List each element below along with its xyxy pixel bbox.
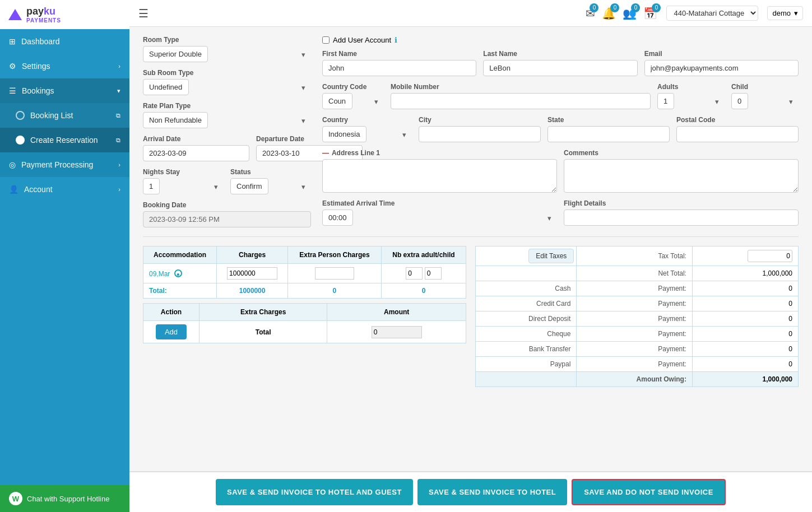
credit-card-label: Credit Card [476,296,577,311]
bank-transfer-payment-label: Payment: [577,342,693,357]
save-send-hotel-guest-button[interactable]: SAVE & SEND INVOICE TO HOTEL AND GUEST [216,479,413,505]
bookings-icon: ☰ [9,86,16,95]
content: Room Type Superior Double Sub Room Type … [129,27,812,471]
extra-person-cell[interactable] [287,264,381,283]
accommodation-table: Accommodation Charges Extra Person Charg… [143,246,466,299]
sidebar-item-label: Payment Processing [21,160,93,169]
sidebar-item-label: Create Reservation [30,136,98,145]
flight-details-input[interactable] [564,210,799,226]
tax-total-input[interactable] [748,250,792,262]
address-line1-input[interactable] [322,159,557,193]
nb1-input[interactable] [406,267,423,280]
arrival-date-label: Arrival Date [143,135,249,143]
sub-room-type-select[interactable]: Undefined [143,79,189,95]
sidebar-item-settings[interactable]: ⚙ Settings › [0,54,129,78]
cash-value: 0 [692,281,798,296]
direct-deposit-payment-label: Payment: [577,311,693,327]
main-wrapper: ☰ ✉ 0 🔔 0 👥 0 📅 0 440-Matahari Cottage [129,0,812,512]
bank-transfer-row: Bank Transfer Payment: 0 [476,342,799,357]
last-name-input[interactable] [483,60,637,76]
chevron-right-icon: › [118,186,120,193]
sidebar-item-account[interactable]: 👤 Account › [0,177,129,202]
postal-code-input[interactable] [676,126,799,142]
email-input[interactable] [644,60,799,76]
sidebar-item-payment-processing[interactable]: ◎ Payment Processing › [0,152,129,177]
hamburger-icon[interactable]: ☰ [138,7,149,20]
comments-input[interactable] [564,159,799,193]
sidebar-item-bookings[interactable]: ☰ Bookings ▾ [0,78,129,103]
charges-input[interactable] [227,267,277,280]
tax-total-row: Edit Taxes Tax Total: [476,246,799,266]
topbar: ☰ ✉ 0 🔔 0 👥 0 📅 0 440-Matahari Cottage [129,0,812,27]
cheque-label: Cheque [476,327,577,342]
total-row: Total: 1000000 0 0 [143,283,466,299]
whatsapp-icon: W [9,492,22,505]
total-nb: 0 [381,283,466,299]
arrival-date-input[interactable] [143,145,249,161]
chevron-down-icon: ▾ [117,87,120,95]
notification-users[interactable]: 👥 0 [623,7,637,20]
status-select[interactable]: Confirm [230,178,268,194]
add-user-account-row: Add User Account ℹ [322,36,799,44]
badge: 0 [631,3,640,12]
user-menu[interactable]: demo ▾ [767,6,803,20]
country-select[interactable]: Indonesia [322,126,366,142]
save-no-send-button[interactable]: SAVE AND DO NOT SEND INVOICE [572,479,726,505]
notification-alert[interactable]: 🔔 0 [602,7,616,20]
extra-charges-table: Action Extra Charges Amount Add Total [143,303,466,343]
bank-transfer-label: Bank Transfer [476,342,577,357]
state-input[interactable] [547,126,670,142]
notification-calendar[interactable]: 📅 0 [643,7,657,20]
adults-label: Adults [657,83,725,91]
nb2-input[interactable] [425,267,442,280]
total-value-cell[interactable] [327,321,466,343]
chevron-right-icon: › [118,63,120,69]
direct-deposit-row: Direct Deposit Payment: 0 [476,311,799,327]
divider [143,236,799,237]
rate-plan-select[interactable]: Non Refundable [143,112,208,128]
tax-total-value[interactable] [692,246,798,266]
sidebar-item-booking-list[interactable]: Booking List ⧉ [0,103,129,128]
charges-col-header: Charges [217,246,288,264]
first-name-input[interactable] [322,60,476,76]
date-cell: 09,Mar ● [143,264,217,283]
city-input[interactable] [419,126,541,142]
amount-owing-row: Amount Owing: 1,000,000 [476,372,799,387]
edit-taxes-button[interactable]: Edit Taxes [528,249,574,263]
comments-label: Comments [564,149,799,157]
sidebar-item-label: Bookings [22,86,54,95]
external-link-icon: ⧉ [116,112,120,119]
country-code-select[interactable]: Coun [322,93,352,109]
cheque-value: 0 [692,327,798,342]
save-send-hotel-button[interactable]: SAVE & SEND INVOICE TO HOTEL [417,479,567,505]
sidebar-item-dashboard[interactable]: ⊞ Dashboard [0,29,129,54]
add-user-account-checkbox[interactable] [322,36,330,44]
mobile-number-input[interactable] [391,93,651,109]
net-total-label: Net Total: [577,266,693,281]
cash-payment-label: Payment: [577,281,693,296]
add-button[interactable]: Add [156,324,187,339]
summary-table: Edit Taxes Tax Total: Net Total: 1,000,0… [475,246,799,387]
logo-payments: PAYMENTS [26,17,61,24]
notification-bell[interactable]: ✉ 0 [586,7,595,20]
estimated-arrival-select[interactable]: 00:00 [322,210,353,226]
postal-code-label: Postal Code [676,116,799,124]
extra-person-input[interactable] [315,267,354,280]
support-chat-button[interactable]: W Chat with Support Hotline [0,485,129,512]
dashboard-icon: ⊞ [9,37,16,46]
cheque-row: Cheque Payment: 0 [476,327,799,342]
nights-stay-label: Nights Stay [143,168,224,176]
nights-stay-select[interactable]: 1 [143,178,160,194]
adults-select[interactable]: 1 [657,93,674,109]
child-select[interactable]: 0 [731,93,748,109]
logo-icon [8,9,22,20]
room-type-select[interactable]: Superior Double [143,46,208,62]
total-label: Total [256,328,271,336]
extra-charges-header: Extra Charges [199,304,327,321]
badge: 0 [610,3,619,12]
net-total-value: 1,000,000 [692,266,798,281]
charges-cell[interactable] [217,264,288,283]
sidebar: payku PAYMENTS ⊞ Dashboard ⚙ Settings › … [0,0,129,512]
hotel-select[interactable]: 440-Matahari Cottage [666,6,758,21]
sidebar-item-create-reservation[interactable]: Create Reservation ⧉ [0,128,129,152]
